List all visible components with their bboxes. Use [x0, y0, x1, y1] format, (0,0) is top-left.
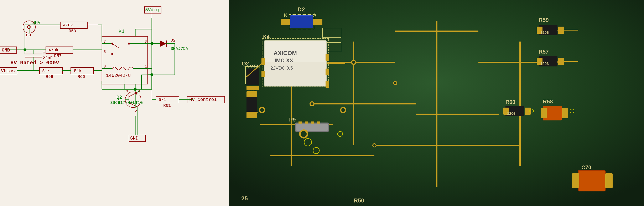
svg-text:3: 3	[126, 89, 128, 93]
svg-text:K4: K4	[263, 34, 270, 39]
svg-point-214	[310, 102, 314, 105]
svg-point-220	[260, 108, 264, 112]
svg-text:1462042-8: 1462042-8	[106, 73, 131, 78]
svg-text:R59: R59	[539, 17, 549, 23]
svg-text:470k: 470k	[48, 48, 58, 52]
svg-text:Vbias: Vbias	[1, 68, 15, 74]
svg-text:D2: D2	[170, 38, 176, 43]
svg-text:HV Rated > 600V: HV Rated > 600V	[10, 60, 59, 66]
svg-text:GND: GND	[130, 136, 138, 141]
svg-text:R58: R58	[46, 74, 53, 79]
svg-text:5Vdig: 5Vdig	[145, 7, 159, 13]
schematic-panel: SHV P9 1 GND C70 22nF HV Rated > 600V Vb…	[0, 0, 229, 206]
svg-text:K1: K1	[118, 29, 124, 34]
svg-point-92	[111, 53, 113, 55]
svg-rect-184	[246, 113, 257, 118]
svg-text:7: 7	[104, 39, 106, 44]
svg-point-218	[373, 144, 376, 147]
svg-text:D2: D2	[298, 6, 305, 13]
svg-text:K: K	[284, 12, 288, 18]
svg-rect-199	[298, 122, 302, 124]
svg-rect-202	[317, 122, 320, 124]
svg-rect-179	[541, 108, 547, 118]
svg-text:R60: R60	[78, 74, 85, 79]
svg-rect-156	[290, 15, 313, 28]
pcb-panel: K A D2 1206 R59 1206 R57 1206 R60	[229, 0, 644, 206]
svg-text:SMAJ75A: SMAJ75A	[170, 46, 188, 51]
svg-rect-232	[262, 58, 265, 65]
svg-text:1206: 1206	[540, 30, 549, 35]
svg-text:SHV: SHV	[32, 20, 40, 25]
svg-text:1206: 1206	[507, 112, 516, 116]
svg-text:SBC817-40LT1G: SBC817-40LT1G	[110, 100, 143, 105]
svg-text:51k: 51k	[42, 68, 50, 73]
svg-rect-200	[305, 122, 308, 124]
svg-rect-194	[246, 86, 259, 90]
svg-rect-233	[262, 71, 265, 77]
svg-rect-236	[326, 81, 329, 88]
svg-text:R61: R61	[163, 103, 171, 108]
svg-rect-201	[311, 122, 314, 124]
svg-text:R57: R57	[54, 54, 62, 58]
svg-rect-183	[246, 91, 257, 97]
svg-text:1206: 1206	[540, 62, 549, 66]
svg-text:2: 2	[135, 109, 137, 113]
svg-text:R50: R50	[354, 197, 364, 204]
svg-rect-206	[578, 170, 605, 191]
svg-text:Q2: Q2	[242, 60, 249, 67]
svg-text:A: A	[313, 12, 316, 18]
svg-rect-208	[572, 173, 579, 188]
svg-rect-175	[525, 108, 531, 115]
svg-text:GND: GND	[2, 48, 10, 53]
svg-rect-235	[326, 68, 329, 75]
svg-text:R57: R57	[539, 49, 549, 55]
svg-rect-209	[605, 173, 612, 188]
svg-text:P9: P9	[289, 117, 296, 123]
svg-rect-180	[562, 108, 568, 118]
svg-text:R58: R58	[543, 98, 553, 105]
svg-text:C70: C70	[582, 164, 591, 171]
svg-point-204	[301, 131, 306, 137]
svg-point-222	[341, 108, 345, 112]
svg-rect-198	[296, 124, 328, 131]
svg-point-86	[111, 42, 113, 45]
svg-text:1: 1	[32, 25, 34, 29]
svg-text:22VDC 0.5: 22VDC 0.5	[270, 65, 293, 71]
svg-text:IMC XX: IMC XX	[274, 57, 293, 63]
svg-text:51k: 51k	[74, 68, 82, 73]
svg-rect-234	[326, 54, 329, 61]
svg-point-212	[352, 61, 355, 64]
svg-text:5k1: 5k1	[159, 97, 166, 102]
svg-text:P9: P9	[26, 33, 31, 38]
svg-point-88	[128, 42, 130, 45]
svg-text:1: 1	[144, 64, 147, 68]
svg-text:SOT23: SOT23	[247, 64, 260, 68]
svg-text:470k: 470k	[63, 23, 73, 28]
svg-text:AXICOM: AXICOM	[274, 50, 297, 56]
svg-text:8: 8	[104, 64, 106, 68]
svg-text:25: 25	[241, 195, 248, 202]
svg-text:3: 3	[144, 39, 147, 44]
svg-point-33	[134, 88, 137, 91]
svg-text:HV_control: HV_control	[189, 97, 217, 102]
svg-text:Q2: Q2	[116, 95, 122, 100]
svg-text:R60: R60	[506, 99, 516, 105]
svg-text:5: 5	[104, 50, 106, 54]
svg-point-216	[394, 82, 396, 84]
svg-text:R59: R59	[69, 29, 76, 33]
